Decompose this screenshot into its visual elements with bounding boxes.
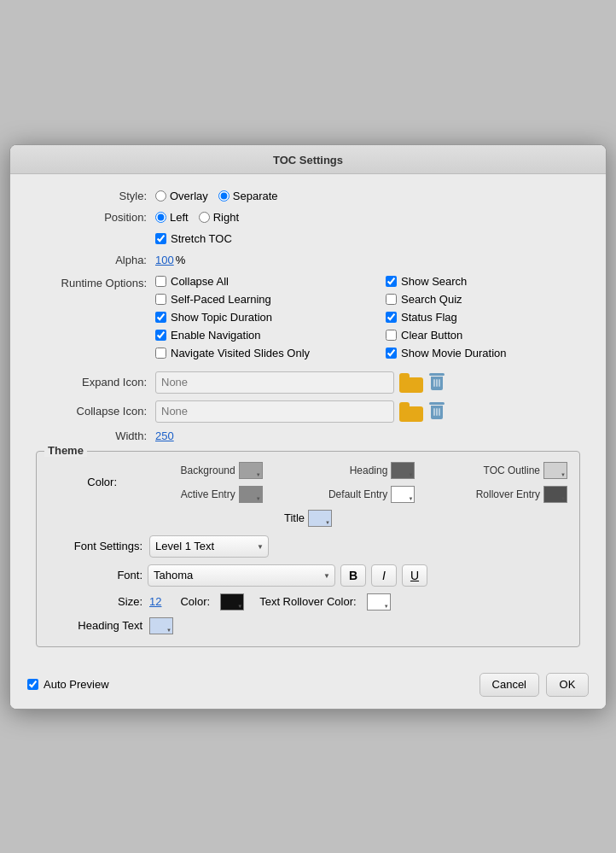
- auto-preview-checkbox[interactable]: [27, 679, 38, 690]
- style-overlay-label: Overlay: [170, 190, 208, 202]
- expand-icon-folder-button[interactable]: [399, 372, 423, 393]
- navigate-visited-checkbox[interactable]: [155, 348, 166, 359]
- stretch-toc-checkbox[interactable]: [155, 233, 166, 244]
- active-entry-color-swatch[interactable]: [239, 486, 263, 503]
- size-color-row: Size: 12 Color: Text Rollover Color:: [49, 593, 567, 611]
- dialog-title: TOC Settings: [10, 145, 606, 174]
- trash-line-6: [439, 408, 440, 416]
- title-color-row: Title: [49, 510, 567, 527]
- position-left-radio[interactable]: [155, 212, 166, 223]
- rollover-entry-color-swatch[interactable]: [543, 486, 567, 503]
- heading-text-row: Heading Text: [49, 617, 567, 634]
- trash-line-3: [439, 379, 440, 387]
- collapse-icon-input[interactable]: [155, 400, 394, 423]
- clear-button-checkbox[interactable]: [386, 330, 397, 341]
- expand-icon-input[interactable]: [155, 371, 394, 394]
- enable-navigation-checkbox[interactable]: [155, 330, 166, 341]
- style-overlay-radio[interactable]: [155, 190, 166, 202]
- font-settings-label: Font Settings:: [49, 540, 142, 552]
- alpha-value[interactable]: 100: [155, 254, 174, 266]
- position-right-option[interactable]: Right: [199, 211, 239, 224]
- position-right-radio[interactable]: [199, 212, 210, 223]
- self-paced-checkbox[interactable]: [155, 294, 166, 305]
- style-separate-label: Separate: [233, 190, 278, 202]
- italic-button[interactable]: I: [371, 564, 397, 587]
- title-color-swatch[interactable]: [308, 510, 332, 527]
- heading-color-label: Heading: [350, 464, 388, 476]
- font-level-select[interactable]: Level 1 Text Level 2 Text Level 3 Text H…: [149, 535, 269, 558]
- runtime-navigate-visited[interactable]: Navigate Visited Slides Only: [155, 347, 369, 359]
- enable-navigation-label: Enable Navigation: [171, 329, 261, 342]
- auto-preview-option: Auto Preview: [27, 678, 109, 691]
- status-flag-checkbox[interactable]: [386, 312, 397, 323]
- show-search-label: Show Search: [401, 275, 467, 288]
- runtime-self-paced[interactable]: Self-Paced Learning: [155, 293, 369, 306]
- italic-label: I: [382, 569, 386, 582]
- collapse-icon-input-group: [155, 400, 445, 423]
- style-separate-radio[interactable]: [218, 190, 230, 202]
- font-label: Font:: [49, 569, 142, 581]
- text-color-swatch[interactable]: [220, 593, 244, 611]
- title-text: TOC Settings: [273, 154, 343, 167]
- collapse-icon-delete-button[interactable]: [428, 402, 445, 421]
- runtime-show-topic-duration[interactable]: Show Topic Duration: [155, 311, 369, 324]
- runtime-clear-button[interactable]: Clear Button: [386, 329, 599, 342]
- runtime-options-row: Runtime Options: Collapse All Show Searc…: [36, 275, 580, 359]
- runtime-search-quiz[interactable]: Search Quiz: [386, 293, 599, 306]
- search-quiz-checkbox[interactable]: [386, 294, 397, 305]
- alpha-row: Alpha: 100 %: [36, 254, 580, 266]
- expand-icon-input-group: [155, 371, 445, 394]
- collapse-all-label: Collapse All: [171, 275, 229, 288]
- runtime-show-movie-duration[interactable]: Show Movie Duration: [386, 347, 599, 359]
- folder-tab-2: [399, 402, 410, 406]
- alpha-suffix: %: [176, 254, 186, 266]
- folder-body-2: [399, 406, 423, 422]
- position-row: Position: Left Right: [36, 211, 580, 224]
- toc-outline-color-label: TOC Outline: [484, 464, 540, 476]
- show-topic-duration-checkbox[interactable]: [155, 312, 166, 323]
- style-separate-option[interactable]: Separate: [218, 190, 278, 202]
- ok-button[interactable]: OK: [546, 673, 589, 697]
- background-color-swatch[interactable]: [239, 462, 263, 479]
- collapse-icon-folder-button[interactable]: [399, 401, 423, 422]
- active-entry-color-item: Active Entry: [124, 486, 263, 503]
- width-value[interactable]: 250: [155, 429, 174, 442]
- position-right-label: Right: [213, 211, 239, 224]
- heading-color-item: Heading: [276, 462, 416, 479]
- bold-button[interactable]: B: [340, 564, 366, 587]
- toc-outline-color-swatch[interactable]: [543, 462, 567, 479]
- style-row: Style: Overlay Separate: [36, 190, 580, 202]
- status-flag-label: Status Flag: [401, 311, 457, 324]
- underline-button[interactable]: U: [402, 564, 427, 587]
- stretch-toc-option[interactable]: Stretch TOC: [155, 232, 232, 245]
- cancel-button[interactable]: Cancel: [479, 673, 539, 697]
- collapse-icon-label: Collapse Icon:: [36, 405, 147, 418]
- runtime-status-flag[interactable]: Status Flag: [386, 311, 599, 324]
- background-color-label: Background: [181, 464, 235, 476]
- font-select[interactable]: Tahoma Arial Helvetica Times New Roman: [148, 564, 335, 587]
- trash-line-1: [433, 379, 435, 387]
- text-rollover-color-swatch[interactable]: [367, 593, 391, 611]
- style-overlay-option[interactable]: Overlay: [155, 190, 208, 202]
- expand-icon-delete-button[interactable]: [428, 373, 445, 392]
- heading-text-swatch[interactable]: [149, 617, 173, 634]
- font-row: Font: Tahoma Arial Helvetica Times New R…: [49, 564, 567, 587]
- self-paced-label: Self-Paced Learning: [171, 293, 271, 306]
- folder-tab: [399, 373, 410, 377]
- size-value[interactable]: 12: [149, 595, 161, 608]
- runtime-show-search[interactable]: Show Search: [386, 275, 599, 288]
- default-entry-color-swatch[interactable]: [391, 486, 415, 503]
- show-search-checkbox[interactable]: [386, 276, 397, 287]
- runtime-enable-navigation[interactable]: Enable Navigation: [155, 329, 369, 342]
- collapse-all-checkbox[interactable]: [155, 276, 166, 287]
- heading-color-swatch[interactable]: [391, 462, 415, 479]
- position-left-option[interactable]: Left: [155, 211, 189, 224]
- show-topic-duration-label: Show Topic Duration: [171, 311, 272, 324]
- trash-lid-2: [429, 402, 445, 405]
- auto-preview-label: Auto Preview: [44, 678, 109, 691]
- theme-box: Color: Background Heading TOC Outline: [36, 451, 580, 647]
- show-movie-duration-checkbox[interactable]: [386, 348, 397, 359]
- runtime-collapse-all[interactable]: Collapse All: [155, 275, 369, 288]
- runtime-label: Runtime Options:: [36, 275, 147, 289]
- stretch-toc-row: Stretch TOC: [36, 232, 580, 245]
